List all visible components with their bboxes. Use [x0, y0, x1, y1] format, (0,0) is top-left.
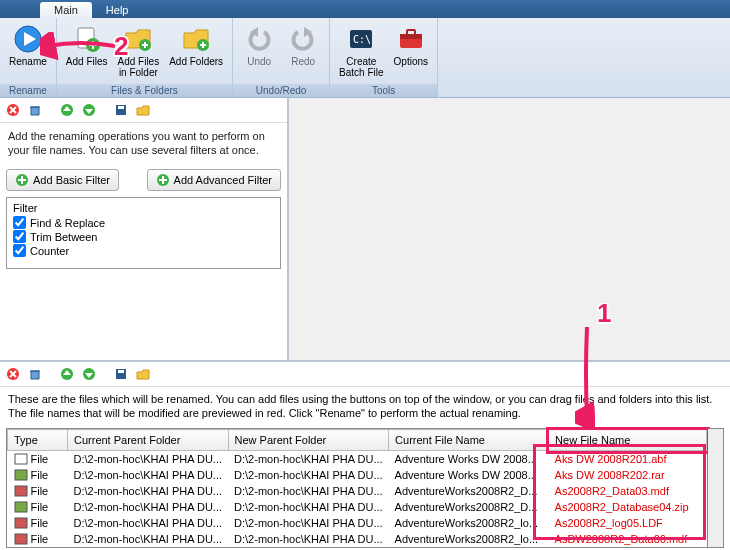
- terminal-icon: C:\: [345, 23, 377, 55]
- ribbon-group-label: Rename: [0, 84, 56, 97]
- redo-button[interactable]: Redo: [281, 20, 325, 84]
- svg-rect-30: [15, 470, 27, 480]
- col-type[interactable]: Type: [8, 430, 68, 451]
- filter-label: Counter: [30, 245, 69, 257]
- checkbox[interactable]: [13, 230, 26, 243]
- open-folder-icon[interactable]: [134, 101, 152, 119]
- filter-checkbox[interactable]: Trim Between: [13, 230, 274, 243]
- annotation-number-1: 1: [597, 298, 611, 329]
- ribbon-group-tools: C:\ Create Batch File Options Tools: [330, 18, 438, 97]
- delete-icon[interactable]: [4, 101, 22, 119]
- filter-list: Filter Find & Replace Trim Between Count…: [6, 197, 281, 269]
- create-batch-label: Create Batch File: [339, 56, 383, 78]
- create-batch-button[interactable]: C:\ Create Batch File: [334, 20, 388, 84]
- col-current-parent[interactable]: Current Parent Folder: [68, 430, 229, 451]
- toolbox-icon: [395, 23, 427, 55]
- svg-rect-33: [15, 518, 27, 528]
- file-list-hint: These are the files which will be rename…: [0, 387, 730, 428]
- file-list-toolbar: [0, 362, 730, 387]
- filters-panel: Add the renaming operations you want to …: [0, 98, 289, 360]
- annotation-number-2: 2: [114, 31, 128, 62]
- add-files-label: Add Files: [66, 56, 108, 67]
- ribbon: Rename Rename Add Files Add Files in Fol…: [0, 18, 730, 98]
- tab-help[interactable]: Help: [92, 2, 143, 18]
- svg-rect-28: [118, 370, 124, 373]
- checkbox[interactable]: [13, 244, 26, 257]
- svg-rect-34: [15, 534, 27, 544]
- options-label: Options: [394, 56, 428, 67]
- filter-label: Find & Replace: [30, 217, 105, 229]
- add-files-button[interactable]: Add Files: [61, 20, 113, 84]
- tab-main[interactable]: Main: [40, 2, 92, 18]
- table-row[interactable]: FileD:\2-mon-hoc\KHAI PHA DU...D:\2-mon-…: [8, 515, 707, 531]
- table-row[interactable]: FileD:\2-mon-hoc\KHAI PHA DU...D:\2-mon-…: [8, 531, 707, 547]
- ribbon-group-label: Files & Folders: [57, 84, 232, 97]
- scrollbar[interactable]: [708, 428, 724, 548]
- table-row[interactable]: FileD:\2-mon-hoc\KHAI PHA DU...D:\2-mon-…: [8, 499, 707, 515]
- add-basic-filter-button[interactable]: Add Basic Filter: [6, 169, 119, 191]
- ribbon-group-label: Tools: [330, 84, 437, 97]
- play-icon: [12, 23, 44, 55]
- trash-icon[interactable]: [26, 365, 44, 383]
- add-folders-label: Add Folders: [169, 56, 223, 67]
- undo-button[interactable]: Undo: [237, 20, 281, 84]
- trash-icon[interactable]: [26, 101, 44, 119]
- ribbon-group-label: Undo/Redo: [233, 84, 329, 97]
- svg-rect-12: [407, 30, 415, 35]
- rename-button[interactable]: Rename: [4, 20, 52, 84]
- add-advanced-filter-button[interactable]: Add Advanced Filter: [147, 169, 281, 191]
- filter-header: Filter: [13, 202, 274, 214]
- ribbon-group-rename: Rename Rename: [0, 18, 57, 97]
- filter-checkbox[interactable]: Counter: [13, 244, 274, 257]
- rename-button-label: Rename: [9, 56, 47, 67]
- filters-hint: Add the renaming operations you want to …: [0, 123, 287, 163]
- svg-rect-29: [15, 454, 27, 464]
- table-row[interactable]: FileD:\2-mon-hoc\KHAI PHA DU...D:\2-mon-…: [8, 467, 707, 483]
- filters-toolbar: [0, 98, 287, 123]
- file-plus-icon: [71, 23, 103, 55]
- plus-icon: [15, 173, 29, 187]
- tab-strip: Main Help: [0, 0, 730, 18]
- plus-icon: [156, 173, 170, 187]
- delete-icon[interactable]: [4, 365, 22, 383]
- redo-label: Redo: [291, 56, 315, 67]
- ribbon-group-undo: Undo Redo Undo/Redo: [233, 18, 330, 97]
- undo-icon: [243, 23, 275, 55]
- col-new-parent[interactable]: New Parent Folder: [228, 430, 389, 451]
- add-basic-filter-label: Add Basic Filter: [33, 174, 110, 186]
- table-row[interactable]: FileD:\2-mon-hoc\KHAI PHA DU...D:\2-mon-…: [8, 451, 707, 468]
- preview-panel: [289, 98, 730, 360]
- add-advanced-filter-label: Add Advanced Filter: [174, 174, 272, 186]
- svg-rect-31: [15, 486, 27, 496]
- table-row[interactable]: FileD:\2-mon-hoc\KHAI PHA DU...D:\2-mon-…: [8, 483, 707, 499]
- folder-plus-icon: [180, 23, 212, 55]
- col-current-file[interactable]: Current File Name: [389, 430, 549, 451]
- options-button[interactable]: Options: [389, 20, 433, 84]
- file-list-section: These are the files which will be rename…: [0, 360, 730, 548]
- move-up-icon[interactable]: [58, 101, 76, 119]
- checkbox[interactable]: [13, 216, 26, 229]
- col-new-file[interactable]: New File Name: [549, 430, 707, 451]
- file-grid[interactable]: Type Current Parent Folder New Parent Fo…: [6, 428, 708, 548]
- redo-icon: [287, 23, 319, 55]
- move-down-icon[interactable]: [80, 365, 98, 383]
- svg-text:C:\: C:\: [353, 34, 371, 45]
- svg-rect-19: [118, 106, 124, 109]
- move-up-icon[interactable]: [58, 365, 76, 383]
- open-folder-icon[interactable]: [134, 365, 152, 383]
- move-down-icon[interactable]: [80, 101, 98, 119]
- undo-label: Undo: [247, 56, 271, 67]
- filter-label: Trim Between: [30, 231, 97, 243]
- save-icon[interactable]: [112, 365, 130, 383]
- save-icon[interactable]: [112, 101, 130, 119]
- svg-rect-32: [15, 502, 27, 512]
- add-folders-button[interactable]: Add Folders: [164, 20, 228, 84]
- filter-checkbox[interactable]: Find & Replace: [13, 216, 274, 229]
- ribbon-group-files: Add Files Add Files in Folder Add Folder…: [57, 18, 233, 97]
